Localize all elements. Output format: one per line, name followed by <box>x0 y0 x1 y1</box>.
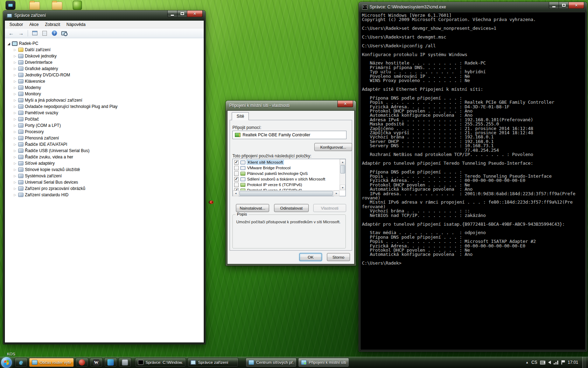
taskbar-pinned-app[interactable] <box>104 358 117 367</box>
expand-icon[interactable]: ▷ <box>13 149 17 152</box>
close-button[interactable]: × <box>187 11 203 17</box>
language-indicator[interactable]: CS <box>531 360 537 365</box>
maximize-button[interactable] <box>559 2 569 9</box>
device-tree-item[interactable]: ▷ Jednotky DVD/CD-ROM <box>5 72 204 78</box>
expand-icon[interactable]: ▷ <box>13 98 17 102</box>
ok-button[interactable]: OK <box>299 253 322 261</box>
close-button[interactable]: × <box>568 2 584 9</box>
expand-icon[interactable]: ▷ <box>13 162 17 165</box>
menu-item[interactable]: Zobrazit <box>42 21 63 28</box>
console-pane-button[interactable] <box>30 29 39 37</box>
connection-item-checkbox[interactable] <box>234 166 239 170</box>
device-tree-item[interactable]: ▷ Porty (COM a LPT) <box>5 122 204 129</box>
properties-button[interactable] <box>40 29 49 37</box>
desktop-icon-label[interactable]: KOS <box>7 352 15 356</box>
expand-icon[interactable]: ▷ <box>13 105 17 108</box>
install-button[interactable]: Nainstalovat... <box>236 204 269 212</box>
connection-item-row[interactable]: Protokol IP verze 4 (TCP/IPv4) <box>233 188 339 190</box>
show-desktop-button[interactable] <box>582 357 586 368</box>
device-tree-item[interactable]: ▷ Řadiče IDE ATA/ATAPI <box>5 141 204 148</box>
device-tree-item[interactable]: ▷ Řadiče USB (Universal Serial Bus) <box>5 148 204 154</box>
device-tree-item[interactable]: ▷ Klávesnice <box>5 78 204 84</box>
connection-item-checkbox[interactable] <box>234 171 239 176</box>
device-tree-item[interactable]: ▷ Procesory <box>5 129 204 135</box>
desktop-icon-green-app[interactable] <box>73 1 82 10</box>
taskbar-pinned-app[interactable]: W <box>90 358 103 367</box>
desktop-icon-folder-2[interactable] <box>52 1 62 10</box>
cancel-button[interactable]: Storno <box>327 253 350 261</box>
device-tree-item[interactable]: ▷ Diskové jednotky <box>5 53 204 59</box>
scroll-left-button[interactable]: ◄ <box>233 191 239 196</box>
show-hidden-icons-button[interactable]: ▲ <box>525 361 528 364</box>
adapter-field[interactable]: Realtek PCIe GBE Family Controller <box>232 131 346 139</box>
dialog-titlebar[interactable]: Připojení k místní síti - vlastnosti × <box>227 101 355 110</box>
expand-icon[interactable]: ▷ <box>13 143 17 146</box>
device-tree-item[interactable]: ▷ Zařízení standardu HID <box>5 192 204 198</box>
collapse-icon[interactable]: ◢ <box>7 42 10 46</box>
device-tree-item[interactable]: ▷ Universal Serial Bus devices <box>5 179 204 185</box>
device-tree-item[interactable]: ▷ Ovladače nepodporující technologii Plu… <box>5 103 204 110</box>
device-tree-item[interactable]: ▷ Myši a jiná polohovací zařízení <box>5 97 204 103</box>
console-area[interactable]: Microsoft Windows [Verze 6.1.7601] Copyr… <box>360 12 586 350</box>
configure-button[interactable]: Konfigurovat... <box>314 143 352 151</box>
device-tree-item[interactable]: ▷ Paměťové svazky <box>5 110 204 116</box>
taskbar-attention-button[interactable]: Občas router vytvoří ... <box>29 358 74 367</box>
connection-item-checkbox[interactable] <box>234 160 239 165</box>
taskbar-window-button[interactable]: Správce zařízení <box>188 358 238 367</box>
scroll-up-button[interactable]: ▲ <box>340 159 345 165</box>
vertical-scrollbar[interactable]: ▲ ▼ <box>340 159 345 190</box>
expand-icon[interactable]: ▷ <box>13 180 17 184</box>
expand-icon[interactable]: ▷ <box>13 174 17 178</box>
expand-icon[interactable]: ▷ <box>13 130 17 134</box>
device-tree-item[interactable]: ▷ Modemy <box>5 84 204 91</box>
help-button[interactable]: ? <box>50 29 58 37</box>
expand-icon[interactable]: ▷ <box>13 54 17 58</box>
expand-icon[interactable]: ▷ <box>13 117 17 121</box>
volume-tray-icon[interactable] <box>548 361 551 364</box>
expand-icon[interactable]: ▷ <box>13 124 17 127</box>
minimize-button[interactable] <box>167 11 177 17</box>
device-tree-item[interactable]: ▷ Počítač <box>5 116 204 122</box>
expand-icon[interactable]: ▷ <box>13 73 17 77</box>
start-button[interactable] <box>1 357 12 368</box>
expand-icon[interactable]: ▷ <box>13 86 17 89</box>
expand-icon[interactable]: ▷ <box>13 80 17 83</box>
horizontal-scrollbar[interactable]: ◄ ► <box>233 190 340 196</box>
expand-icon[interactable]: ▷ <box>13 61 17 64</box>
expand-icon[interactable]: ▷ <box>13 193 17 197</box>
forward-button[interactable]: → <box>17 29 25 37</box>
uninstall-button[interactable]: Odinstalovat <box>274 204 309 212</box>
expand-icon[interactable]: ▷ <box>13 155 17 159</box>
back-button[interactable]: ← <box>7 29 15 37</box>
desktop-icon-dark-app[interactable] <box>6 1 15 10</box>
connection-item-row[interactable]: Protokol IP verze 6 (TCP/IPv6) <box>233 182 339 188</box>
menu-item[interactable]: Soubor <box>6 21 26 28</box>
tab-networking[interactable]: Sítě <box>232 112 249 120</box>
connection-item-row[interactable]: Klient sítě Microsoft <box>233 159 339 165</box>
device-tree-item[interactable]: ▷ Další zařízení <box>5 47 204 53</box>
action-center-tray-icon[interactable] <box>561 360 565 364</box>
scroll-right-button[interactable]: ► <box>334 191 340 196</box>
expand-icon[interactable]: ▷ <box>13 67 17 70</box>
device-tree-item[interactable]: ▷ DriverInterface <box>5 59 204 66</box>
device-tree-item[interactable]: ▷ Monitory <box>5 91 204 97</box>
connection-item-checkbox[interactable] <box>234 177 239 182</box>
scrollbar-thumb[interactable] <box>340 165 345 173</box>
scan-hardware-button[interactable] <box>60 29 68 37</box>
taskbar-pinned-app[interactable] <box>76 358 88 367</box>
device-tree-item[interactable]: ▷ Síťové adaptéry <box>5 160 204 166</box>
expand-icon[interactable]: ▷ <box>13 136 17 140</box>
expand-icon[interactable]: ▷ <box>13 168 17 171</box>
connection-item-row[interactable]: Sdílení souborů a tiskáren v sítích Micr… <box>233 176 339 182</box>
device-tree-item[interactable]: ▷ Grafické adaptéry <box>5 66 204 72</box>
minimize-button[interactable] <box>549 2 559 9</box>
taskbar-pinned-internet-explorer[interactable]: e <box>15 358 27 367</box>
expand-icon[interactable]: ▷ <box>13 48 17 52</box>
device-tree-item[interactable]: ▷ Přenosná zařízení <box>5 135 204 141</box>
clock[interactable]: 17:01 <box>568 360 578 365</box>
cmd-titlebar[interactable]: C:\ Správce: C:\Windows\system32\cmd.exe… <box>360 2 586 12</box>
tree-root-radek-pc[interactable]: ◢ Radek-PC <box>5 40 204 47</box>
scroll-down-button[interactable]: ▼ <box>340 185 345 190</box>
network-tray-icon[interactable] <box>554 361 559 364</box>
taskbar-window-button[interactable]: Správce: C:\Window... <box>135 358 186 367</box>
